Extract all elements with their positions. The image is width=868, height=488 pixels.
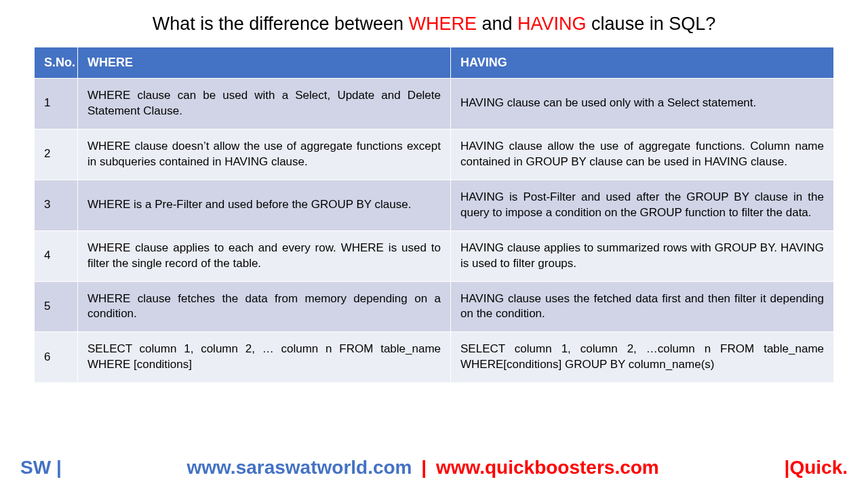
cell-having: HAVING clause applies to summarized rows…	[451, 230, 834, 281]
cell-where: WHERE clause fetches the data from memor…	[78, 281, 451, 332]
footer-link-saraswat[interactable]: www.saraswatworld.com	[187, 457, 412, 478]
col-header-where: WHERE	[78, 47, 451, 79]
cell-where: SELECT column 1, column 2, … column n FR…	[78, 332, 451, 383]
title-prefix: What is the difference between	[153, 14, 409, 34]
table-row: 5WHERE clause fetches the data from memo…	[35, 281, 834, 332]
footer-right: |Quick.	[785, 457, 848, 479]
table-row: 4WHERE clause applies to each and every …	[35, 230, 834, 281]
table-row: 2WHERE clause doesn’t allow the use of a…	[35, 129, 834, 180]
cell-having: HAVING is Post-Filter and used after the…	[451, 180, 834, 230]
title-mid: and	[477, 14, 517, 34]
title-suffix: clause in SQL?	[587, 14, 716, 34]
cell-where: WHERE clause can be used with a Select, …	[78, 79, 451, 129]
table-row: 6SELECT column 1, column 2, … column n F…	[35, 332, 834, 383]
table-row: 3WHERE is a Pre-Filter and used before t…	[35, 180, 834, 230]
cell-having: HAVING clause can be used only with a Se…	[451, 79, 834, 129]
footer-separator: |	[416, 457, 432, 478]
table-row: 1WHERE clause can be used with a Select,…	[35, 79, 834, 129]
footer-link-quickboosters[interactable]: www.quickboosters.com	[436, 457, 659, 478]
cell-where: WHERE clause applies to each and every r…	[78, 230, 451, 281]
col-header-sno: S.No.	[35, 47, 78, 79]
page-title: What is the difference between WHERE and…	[34, 14, 834, 35]
cell-sno: 1	[35, 79, 78, 129]
cell-sno: 6	[35, 332, 78, 383]
cell-sno: 4	[35, 230, 78, 281]
title-keyword-having: HAVING	[517, 14, 587, 34]
cell-sno: 3	[35, 180, 78, 230]
footer-left: SW |	[20, 457, 62, 479]
title-keyword-where: WHERE	[409, 14, 477, 34]
comparison-table: S.No. WHERE HAVING 1WHERE clause can be …	[34, 47, 834, 383]
footer: SW | www.saraswatworld.com | www.quickbo…	[0, 457, 868, 479]
cell-sno: 2	[35, 129, 78, 180]
cell-having: SELECT column 1, column 2, …column n FRO…	[451, 332, 834, 383]
cell-where: WHERE is a Pre-Filter and used before th…	[78, 180, 451, 230]
cell-sno: 5	[35, 281, 78, 332]
cell-having: HAVING clause allow the use of aggregate…	[451, 129, 834, 180]
col-header-having: HAVING	[451, 47, 834, 79]
cell-having: HAVING clause uses the fetched data firs…	[451, 281, 834, 332]
cell-where: WHERE clause doesn’t allow the use of ag…	[78, 129, 451, 180]
